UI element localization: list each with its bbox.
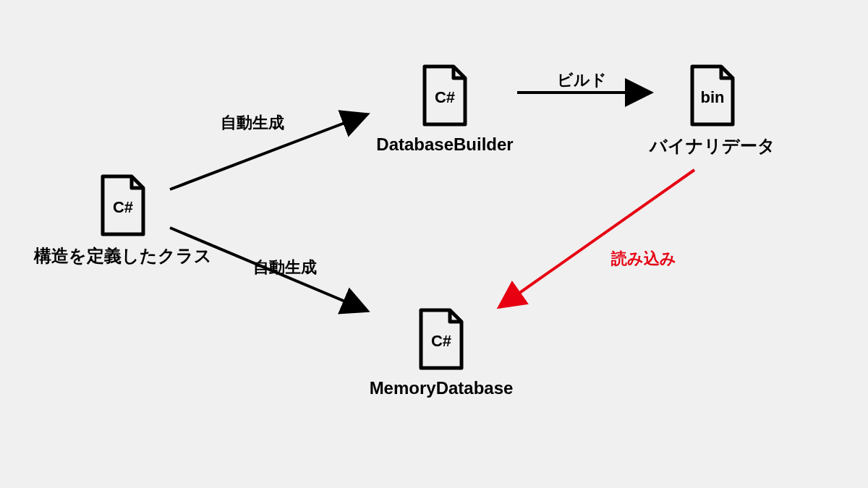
- node-caption: 構造を定義したクラス: [34, 244, 212, 267]
- file-type-label: C#: [431, 332, 451, 351]
- node-source-class: C# 構造を定義したクラス: [29, 174, 217, 267]
- node-binary-data: bin バイナリデータ: [647, 64, 778, 158]
- node-caption: DatabaseBuilder: [376, 134, 513, 155]
- file-icon: bin: [686, 64, 739, 127]
- file-type-label: bin: [701, 88, 725, 107]
- file-type-label: C#: [435, 88, 455, 107]
- edge-label-autogen-2: 自動生成: [253, 257, 317, 278]
- node-database-builder: C# DatabaseBuilder: [369, 64, 521, 155]
- edge-label-load: 読み込み: [611, 248, 676, 270]
- node-caption: MemoryDatabase: [370, 378, 514, 398]
- node-caption: バイナリデータ: [650, 134, 775, 158]
- file-type-label: C#: [113, 198, 133, 217]
- file-icon: C#: [415, 307, 467, 371]
- edge-label-build: ビルド: [557, 69, 607, 91]
- svg-line-3: [499, 170, 694, 307]
- node-memory-database: C# MemoryDatabase: [358, 307, 524, 398]
- edge-label-autogen-1: 自動生成: [221, 112, 284, 134]
- file-icon: C#: [419, 64, 471, 127]
- file-icon: C#: [97, 174, 149, 237]
